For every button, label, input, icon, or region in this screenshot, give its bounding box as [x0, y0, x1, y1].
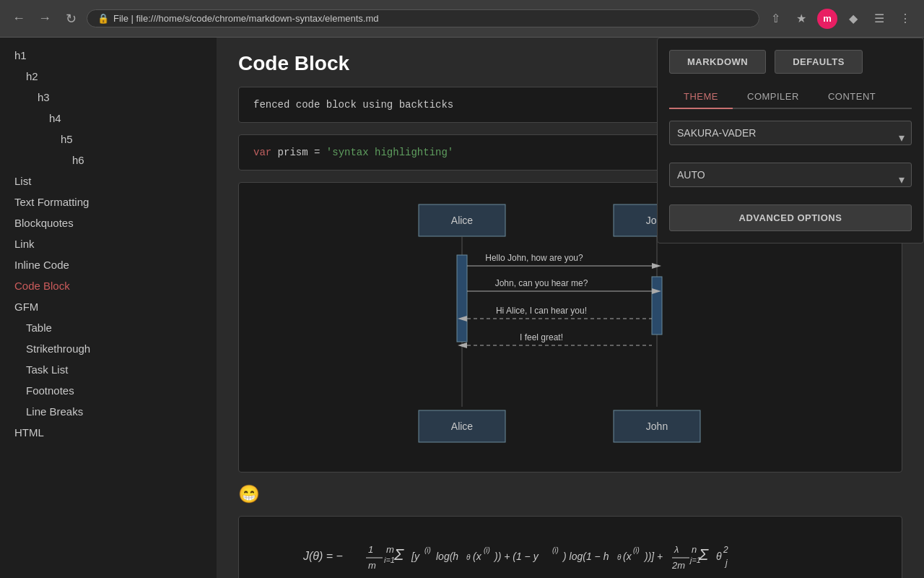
- svg-text:)) + (1 − y: )) + (1 − y: [493, 551, 539, 562]
- sidebar-item-blockquotes[interactable]: Blockquotes: [0, 212, 217, 233]
- main-layout: h1 h2 h3 h4 h5 h6 List Text Formatting B…: [0, 38, 924, 578]
- url-text: File | file:///home/s/code/chrome/markdo…: [113, 13, 379, 24]
- sidebar-item-link[interactable]: Link: [0, 233, 217, 254]
- actor-john-bottom: John: [646, 420, 668, 432]
- svg-rect-5: [652, 277, 662, 335]
- code-string: 'syntax highlighting': [326, 147, 453, 158]
- sidebar-item-inline-code[interactable]: Inline Code: [0, 254, 217, 275]
- sidebar-item-h1[interactable]: h1: [0, 45, 217, 66]
- sidebar-item-h6[interactable]: h6: [0, 150, 217, 171]
- tab-theme[interactable]: THEME: [669, 85, 733, 109]
- lang-select-wrapper: AUTO EN ZH FR: [669, 163, 912, 196]
- markdown-button[interactable]: MARKDOWN: [669, 50, 766, 74]
- advanced-options-button[interactable]: ADVANCED OPTIONS: [669, 204, 912, 231]
- back-button[interactable]: ←: [9, 9, 29, 29]
- sidebar-item-h5[interactable]: h5: [0, 129, 217, 150]
- svg-text:(i): (i): [552, 546, 559, 554]
- msg-3: Hi Alice, I can hear you!: [496, 306, 587, 316]
- lock-icon: 🔒: [97, 13, 109, 24]
- svg-text:j: j: [724, 558, 728, 568]
- tab-content[interactable]: CONTENT: [814, 85, 890, 108]
- code-var: prism =: [271, 147, 326, 158]
- sidebar-item-gfm[interactable]: GFM: [0, 296, 217, 317]
- menu-icon[interactable]: ⋮: [895, 9, 915, 29]
- svg-text:(x: (x: [623, 551, 632, 562]
- msg-1: Hello John, how are you?: [485, 253, 583, 263]
- code-plain-text: fenced code block using backticks: [253, 99, 453, 111]
- svg-text:J(θ) = −: J(θ) = −: [302, 550, 343, 562]
- code-keyword: var: [253, 147, 271, 158]
- svg-text:θ: θ: [617, 553, 622, 561]
- tab-compiler[interactable]: COMPILER: [733, 85, 814, 108]
- svg-text:i=1: i=1: [384, 556, 395, 564]
- address-bar[interactable]: 🔒 File | file:///home/s/code/chrome/mark…: [87, 9, 759, 27]
- svg-text:(x: (x: [473, 551, 482, 562]
- forward-button[interactable]: →: [35, 9, 55, 29]
- svg-text:[y: [y: [411, 551, 420, 562]
- math-formula: J(θ) = − 1 m m i=1 Σ [y (i) log(h θ (x (…: [296, 531, 845, 574]
- popup-top-buttons: MARKDOWN DEFAULTS: [669, 50, 912, 74]
- svg-text:(i): (i): [484, 546, 490, 554]
- svg-text:Σ: Σ: [393, 545, 404, 564]
- svg-text:(i): (i): [424, 546, 431, 554]
- svg-text:2m: 2m: [671, 560, 685, 571]
- svg-text:θ: θ: [466, 553, 471, 561]
- svg-text:) log(1 − h: ) log(1 − h: [562, 551, 609, 562]
- sidebar: h1 h2 h3 h4 h5 h6 List Text Formatting B…: [0, 38, 217, 578]
- svg-text:2: 2: [723, 545, 728, 555]
- msg-2: John, can you hear me?: [495, 278, 588, 288]
- svg-text:m: m: [386, 544, 394, 555]
- popup-tabs: THEME COMPILER CONTENT: [669, 85, 912, 109]
- svg-text:(i): (i): [633, 546, 640, 554]
- share-icon[interactable]: ⇧: [765, 9, 785, 29]
- svg-rect-4: [457, 255, 467, 342]
- svg-text:θ: θ: [716, 551, 722, 562]
- popup-panel: MARKDOWN DEFAULTS THEME COMPILER CONTENT…: [657, 38, 924, 243]
- theme-select[interactable]: SAKURA-VADER DEFAULT GITHUB DARK: [669, 121, 912, 145]
- sidebar-item-h2[interactable]: h2: [0, 66, 217, 87]
- browser-actions: ⇧ ★ m ◆ ☰ ⋮: [765, 9, 915, 29]
- svg-text:m: m: [368, 560, 376, 571]
- math-display: J(θ) = − 1 m m i=1 Σ [y (i) log(h θ (x (…: [238, 516, 902, 578]
- bookmark-icon[interactable]: ★: [791, 9, 811, 29]
- sidebar-item-table[interactable]: Table: [0, 317, 217, 338]
- sidebar-item-html[interactable]: HTML: [0, 422, 217, 443]
- actor-alice-top: Alice: [451, 215, 474, 226]
- svg-text:log(h: log(h: [436, 551, 458, 562]
- sidebar-item-code-block[interactable]: Code Block: [0, 275, 217, 296]
- sidebar-item-text-formatting[interactable]: Text Formatting: [0, 191, 217, 212]
- sidebar-item-footnotes[interactable]: Footnotes: [0, 380, 217, 401]
- sidebar-item-strikethrough[interactable]: Strikethrough: [0, 338, 217, 359]
- msg-4: I feel great!: [520, 332, 563, 342]
- svg-text:))] +: ))] +: [643, 551, 663, 562]
- svg-text:n: n: [692, 544, 697, 555]
- svg-text:λ: λ: [674, 544, 679, 555]
- sidebar-item-h4[interactable]: h4: [0, 108, 217, 129]
- sidebar-item-h3[interactable]: h3: [0, 87, 217, 108]
- svg-text:1: 1: [368, 544, 373, 555]
- sidebar-item-list[interactable]: List: [0, 171, 217, 191]
- avatar[interactable]: m: [817, 9, 837, 29]
- extension-icon[interactable]: ◆: [843, 9, 863, 29]
- sidebar-toggle-icon[interactable]: ☰: [869, 9, 889, 29]
- sidebar-item-line-breaks[interactable]: Line Breaks: [0, 401, 217, 422]
- theme-select-wrapper: SAKURA-VADER DEFAULT GITHUB DARK: [669, 121, 912, 154]
- reload-button[interactable]: ↻: [61, 9, 81, 29]
- lang-select[interactable]: AUTO EN ZH FR: [669, 163, 912, 187]
- actor-alice-bottom: Alice: [451, 420, 474, 432]
- defaults-button[interactable]: DEFAULTS: [775, 50, 863, 74]
- browser-bar: ← → ↻ 🔒 File | file:///home/s/code/chrom…: [0, 0, 924, 38]
- content-area: MARKDOWN DEFAULTS THEME COMPILER CONTENT…: [217, 38, 924, 578]
- emoji-display: 😁: [238, 484, 902, 504]
- sidebar-item-task-list[interactable]: Task List: [0, 359, 217, 380]
- svg-text:Σ: Σ: [698, 545, 709, 564]
